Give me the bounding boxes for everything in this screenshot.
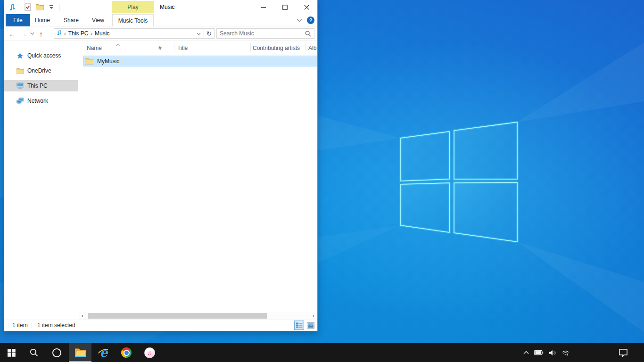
chrome-icon[interactable] bbox=[115, 343, 138, 362]
search-icon[interactable] bbox=[305, 31, 314, 37]
search-input[interactable] bbox=[217, 30, 305, 37]
taskbar: e ♫ bbox=[0, 343, 644, 362]
breadcrumb-this-pc[interactable]: This PC bbox=[68, 30, 89, 37]
sidebar-item-network[interactable]: Network bbox=[4, 95, 78, 107]
maximize-button[interactable] bbox=[274, 0, 296, 14]
column-header-contributing-artists[interactable]: Contributing artists bbox=[253, 45, 300, 51]
qat-separator bbox=[20, 4, 20, 11]
back-button[interactable]: ← bbox=[7, 26, 17, 41]
network-wifi-icon[interactable] bbox=[561, 350, 570, 356]
refresh-button[interactable]: ↻ bbox=[204, 28, 215, 39]
navigation-pane: Quick access OneDrive This PC bbox=[4, 41, 78, 312]
onedrive-folder-icon bbox=[16, 68, 24, 74]
caption-buttons bbox=[252, 0, 317, 14]
recent-locations-chevron-icon[interactable] bbox=[29, 26, 35, 41]
itunes-icon[interactable]: ♫ bbox=[138, 343, 161, 362]
network-computers-icon bbox=[16, 98, 24, 104]
horizontal-scrollbar[interactable]: ‹ › bbox=[79, 312, 317, 320]
up-button[interactable]: ↑ bbox=[35, 26, 47, 41]
status-divider bbox=[32, 322, 32, 329]
sidebar-item-label: Network bbox=[27, 98, 48, 104]
column-divider[interactable] bbox=[154, 43, 154, 52]
scroll-left-arrow-icon[interactable]: ‹ bbox=[79, 312, 86, 320]
navigation-bar: ← → ↑ › This PC › Music ↻ bbox=[4, 26, 317, 41]
tab-file[interactable]: File bbox=[6, 14, 30, 26]
ribbon-tab-bar: File Home Share View Music Tools ? bbox=[4, 14, 317, 26]
column-divider[interactable] bbox=[250, 43, 251, 52]
explorer-main: Quick access OneDrive This PC bbox=[4, 41, 317, 312]
scroll-right-arrow-icon[interactable]: › bbox=[310, 312, 317, 320]
quick-access-toolbar bbox=[8, 0, 59, 14]
file-name: MyMusic bbox=[97, 58, 119, 65]
status-bar: 1 item 1 item selected bbox=[4, 320, 317, 331]
minimize-button[interactable] bbox=[252, 0, 274, 14]
properties-icon[interactable] bbox=[24, 2, 32, 12]
qat-separator bbox=[59, 4, 59, 11]
window-title: Music bbox=[160, 0, 174, 14]
start-button[interactable] bbox=[0, 343, 23, 362]
sidebar-item-label: Quick access bbox=[27, 52, 61, 59]
action-center-icon[interactable] bbox=[619, 348, 628, 357]
sidebar-item-onedrive[interactable]: OneDrive bbox=[4, 65, 78, 76]
expand-ribbon-chevron-icon[interactable] bbox=[297, 17, 302, 24]
cortana-icon[interactable] bbox=[45, 343, 68, 362]
thumbnail-view-button[interactable] bbox=[305, 321, 315, 330]
selection-count: 1 item selected bbox=[37, 322, 75, 329]
tab-view[interactable]: View bbox=[89, 14, 107, 26]
contextual-tab-header-play[interactable]: Play bbox=[112, 1, 154, 13]
system-tray bbox=[523, 343, 570, 362]
breadcrumb-chevron-icon: › bbox=[91, 31, 92, 36]
help-icon[interactable]: ? bbox=[307, 16, 314, 24]
explorer-window: Play Music File Home Share View Music To… bbox=[4, 0, 318, 331]
column-divider[interactable] bbox=[305, 43, 306, 52]
details-view-button[interactable] bbox=[294, 321, 304, 330]
breadcrumb-chevron-icon: › bbox=[64, 31, 66, 36]
breadcrumb-music[interactable]: Music bbox=[95, 30, 109, 37]
scrollbar-thumb[interactable] bbox=[88, 313, 267, 319]
location-music-note-icon bbox=[57, 30, 62, 37]
action-center bbox=[619, 343, 628, 362]
folder-icon bbox=[85, 58, 93, 65]
customize-qat-chevron-icon[interactable] bbox=[47, 2, 56, 12]
item-count: 1 item bbox=[12, 322, 28, 329]
forward-button[interactable]: → bbox=[18, 26, 29, 41]
column-divider[interactable] bbox=[174, 43, 174, 52]
column-header-album[interactable]: Alb bbox=[308, 45, 316, 51]
tab-share[interactable]: Share bbox=[61, 14, 82, 26]
sort-ascending-icon bbox=[116, 41, 121, 48]
quick-access-star-icon bbox=[16, 52, 24, 59]
search-box[interactable] bbox=[216, 28, 314, 39]
tab-music-tools[interactable]: Music Tools bbox=[112, 14, 154, 26]
volume-icon[interactable] bbox=[549, 350, 556, 356]
sidebar-item-quick-access[interactable]: Quick access bbox=[4, 50, 78, 61]
file-row-mymusic[interactable]: MyMusic bbox=[83, 56, 317, 66]
tab-home[interactable]: Home bbox=[33, 14, 52, 26]
new-folder-icon[interactable] bbox=[35, 2, 44, 12]
close-button[interactable] bbox=[296, 0, 317, 14]
hidden-icons-chevron-icon[interactable] bbox=[523, 351, 529, 354]
sidebar-item-this-pc[interactable]: This PC bbox=[4, 80, 78, 91]
column-headers: Name # Title Contributing artists Alb bbox=[79, 41, 317, 55]
column-header-name[interactable]: Name bbox=[87, 45, 102, 51]
sidebar-item-label: This PC bbox=[27, 82, 48, 89]
address-dropdown-chevron-icon[interactable] bbox=[197, 30, 204, 37]
app-music-note-icon bbox=[8, 2, 17, 12]
titlebar: Play Music bbox=[4, 0, 317, 14]
this-pc-monitor-icon bbox=[16, 82, 24, 89]
taskbar-file-explorer-icon[interactable] bbox=[69, 343, 91, 362]
battery-icon[interactable] bbox=[534, 350, 544, 355]
internet-explorer-icon[interactable]: e bbox=[92, 343, 115, 362]
column-header-number[interactable]: # bbox=[158, 45, 162, 51]
taskbar-search-icon[interactable] bbox=[23, 343, 45, 362]
file-list-pane: Name # Title Contributing artists Alb My… bbox=[79, 41, 317, 312]
address-bar[interactable]: › This PC › Music bbox=[54, 28, 204, 39]
column-header-title[interactable]: Title bbox=[177, 45, 188, 51]
desktop: Play Music File Home Share View Music To… bbox=[0, 0, 644, 362]
sidebar-item-label: OneDrive bbox=[27, 67, 51, 74]
